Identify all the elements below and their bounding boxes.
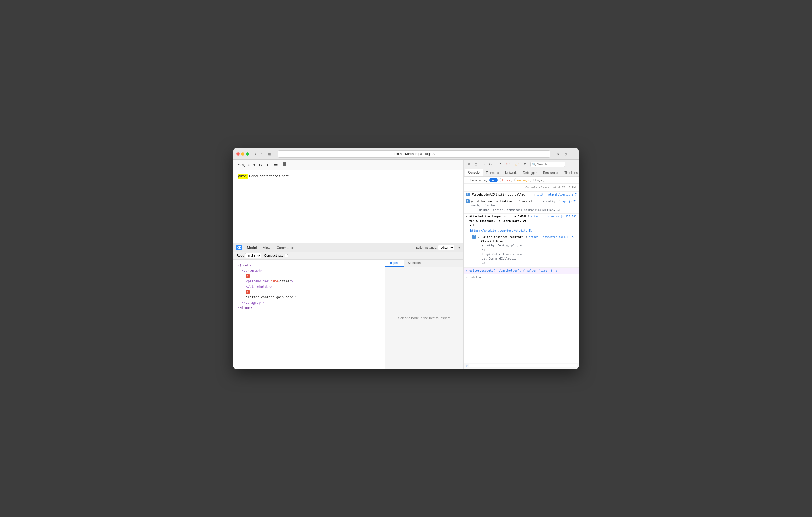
func-4: f xyxy=(526,236,527,238)
devtools-filter-bar: Preserve Log All Errors Warnings Logs xyxy=(464,177,579,184)
entry-text-3: Attached the inspector to a CKEditor 5 i… xyxy=(469,215,527,227)
filter-warnings-button[interactable]: Warnings xyxy=(514,178,531,182)
collapse-triangle-2[interactable]: ▶ xyxy=(471,200,473,203)
log-icon-1: f xyxy=(466,193,470,196)
filter-logs-button[interactable]: Logs xyxy=(533,178,544,182)
inspector-panel: CK Model View Commands Editor instance: … xyxy=(233,243,463,369)
expand-triangle-3[interactable]: ▼ xyxy=(466,215,468,227)
console-prompt-input[interactable] xyxy=(469,364,577,367)
page-num: 4 xyxy=(500,162,501,166)
devtools-tab-network[interactable]: Network xyxy=(502,170,520,176)
tree-placeholder[interactable]: <placeholder name="time"> xyxy=(246,279,381,284)
entry-content-6: undefined xyxy=(469,275,577,280)
back-button[interactable]: ‹ xyxy=(253,151,258,157)
console-entry-4: f ▶ Editor instance "editor" – ClassicEd… xyxy=(470,234,577,266)
instance-select[interactable]: editor xyxy=(438,245,454,250)
italic-button[interactable]: I xyxy=(265,162,270,168)
minimize-button[interactable] xyxy=(241,152,244,155)
func-3: f xyxy=(528,215,529,218)
toolbar-right: ⎋ + xyxy=(563,151,576,157)
console-entry-5: › editor.execute( 'placeholder', { value… xyxy=(464,268,579,274)
devtools-tab-elements[interactable]: Elements xyxy=(483,170,502,176)
entry-line3-4: PluginCollection, commands: CommandColle… xyxy=(482,252,524,265)
preserve-log-label: Preserve Log xyxy=(470,179,487,182)
preserve-log-checkbox[interactable] xyxy=(466,179,469,182)
console-entry-2: f ▶ Editor was initialized – ClassicEdit… xyxy=(464,199,579,214)
root-value-select[interactable]: main xyxy=(245,253,261,258)
root-select: Root: main xyxy=(236,253,261,258)
entry-content-1: PlaceholderUI#init() got called xyxy=(471,193,533,197)
tree-paragraph-open: <paragraph> xyxy=(242,268,381,273)
editor-area: Paragraph ▾ B I ☰ ≣ {time} Editor conten… xyxy=(233,160,463,243)
devtools-close-button[interactable]: ✕ xyxy=(466,161,472,167)
entry-content-4: ▶ Editor instance "editor" – ClassicEdit… xyxy=(478,235,524,265)
entry-text-5: editor.execute( 'placeholder', { value: … xyxy=(469,269,558,272)
new-tab-button[interactable]: + xyxy=(570,151,576,157)
traffic-lights xyxy=(236,152,249,155)
placeholder-tag: {time} xyxy=(237,174,248,179)
inspector-logo: CK xyxy=(236,245,242,250)
paragraph-label: Paragraph xyxy=(236,163,253,167)
devtools-tab-timelines[interactable]: Timelines xyxy=(561,170,579,176)
reload-button[interactable]: ↻ xyxy=(555,151,561,157)
entry-source-3[interactable]: f attach – inspector.js:133:182 xyxy=(528,215,577,227)
prompt-icon-5: › xyxy=(466,269,468,273)
editor-content[interactable]: {time} Editor content goes here. xyxy=(233,170,463,243)
address-bar[interactable]: localhost/creating-a-plugin2/ xyxy=(278,150,550,158)
paragraph-chevron-icon: ▾ xyxy=(254,163,255,167)
devtools-layout-button[interactable]: ▭ xyxy=(480,161,486,167)
root-label: Root: xyxy=(236,254,244,257)
inspector-tab-view[interactable]: View xyxy=(262,245,271,250)
filter-errors-button[interactable]: Errors xyxy=(500,178,512,182)
collapse-triangle-4[interactable]: ▶ xyxy=(478,235,480,239)
search-input[interactable] xyxy=(537,162,563,166)
filter-all-button[interactable]: All xyxy=(489,178,497,182)
devtools-tab-debugger[interactable]: Debugger xyxy=(520,170,540,176)
devtools-tab-console[interactable]: Console xyxy=(465,169,483,176)
editor-text: Editor content goes here. xyxy=(248,174,290,178)
forward-button[interactable]: › xyxy=(260,151,264,157)
close-button[interactable] xyxy=(236,152,240,155)
tree-text-node[interactable]: "Editor content goes here." xyxy=(246,295,381,300)
devtools-refresh-button[interactable]: ↻ xyxy=(487,161,493,167)
inspector-tab-commands[interactable]: Commands xyxy=(276,245,295,250)
collapse-button[interactable]: ▾ xyxy=(458,245,460,250)
share-button[interactable]: ⎋ xyxy=(563,151,568,157)
error-icon: ⊘ xyxy=(506,162,508,166)
inspector-tab-model[interactable]: Model xyxy=(246,245,258,250)
inspector-header: CK Model View Commands Editor instance: … xyxy=(233,243,463,252)
list2-button[interactable]: ≣ xyxy=(281,161,288,168)
init-func: init – xyxy=(537,193,548,196)
inspector-link[interactable]: https://ckeditor.com/docs/ckeditor5. xyxy=(470,229,532,232)
entry-content-5: editor.execute( 'placeholder', { value: … xyxy=(469,269,577,273)
tree-root-open: <$root> xyxy=(237,263,381,268)
entry-text-6: undefined xyxy=(469,275,485,279)
url-text: localhost/creating-a-plugin2/ xyxy=(393,152,435,156)
source-2: app.js:21 xyxy=(562,200,577,203)
entry-3-row1: ▼ Attached the inspector to a CKEditor 5… xyxy=(466,215,577,227)
inspect-tabs: Inspect Selection xyxy=(385,260,463,267)
entry-source-1[interactable]: f init – placeholderui.js:7 xyxy=(534,193,577,197)
entry-content-3: Attached the inspector to a CKEditor 5 i… xyxy=(469,215,527,227)
compact-checkbox[interactable] xyxy=(285,254,288,257)
entry-source-4[interactable]: f attach – inspector.js:133:326 xyxy=(526,235,575,265)
result-arrow-6: ← xyxy=(466,275,468,280)
inspect-tab-selection[interactable]: Selection xyxy=(404,260,425,267)
entry-source-2[interactable]: app.js:21 xyxy=(562,200,577,213)
devtools-settings-button[interactable]: ⚙ xyxy=(522,161,528,167)
inspector-body: <$root> <paragraph> ! <placeholder name=… xyxy=(233,260,463,369)
devtools-search[interactable]: 🔍 xyxy=(530,162,565,167)
tab-overview-button[interactable]: ⊞ xyxy=(266,151,273,157)
list1-button[interactable]: ☰ xyxy=(272,161,279,168)
devtools-dock-button[interactable]: ⊡ xyxy=(473,161,479,167)
error-count: ⊘ 0 xyxy=(504,162,512,167)
page-icon: ☰ xyxy=(496,162,499,166)
preserve-log: Preserve Log xyxy=(466,179,487,182)
entry-line2-4: {config: Config, plugins: xyxy=(482,244,524,252)
maximize-button[interactable] xyxy=(246,152,249,155)
paragraph-select[interactable]: Paragraph ▾ xyxy=(236,163,255,167)
devtools-tab-resources[interactable]: Resources xyxy=(540,170,561,176)
bold-button[interactable]: B xyxy=(257,162,263,168)
inspect-tab-inspect[interactable]: Inspect xyxy=(385,260,404,267)
inspect-content: Select a node in the tree to inspect xyxy=(385,267,463,369)
